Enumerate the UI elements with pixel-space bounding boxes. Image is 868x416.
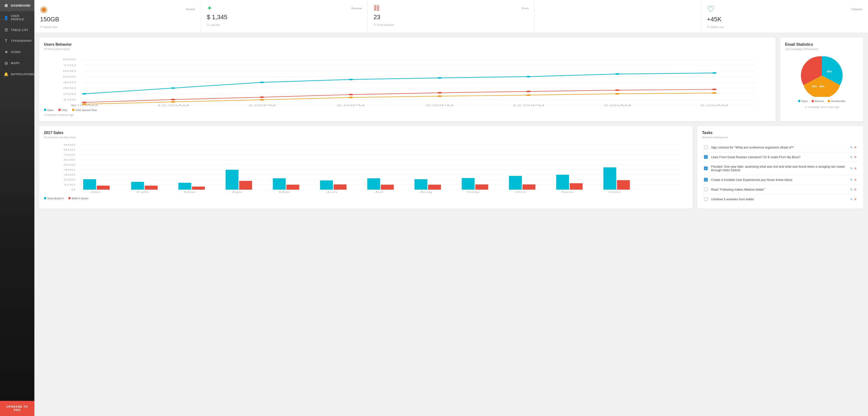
svg-text:12:00AM: 12:00AM [157, 104, 189, 106]
svg-text:100: 100 [63, 98, 76, 101]
svg-text:500: 500 [63, 164, 75, 166]
svg-text:100: 100 [63, 183, 75, 186]
users-behavior-title: Users Behavior [44, 42, 771, 47]
tasks-title: Tasks [702, 131, 859, 135]
task-delete-task2[interactable]: ✕ [854, 155, 857, 159]
task-item: Read "Following makes Medium better"✎✕ [702, 185, 859, 195]
svg-point-27 [171, 88, 176, 89]
svg-text:Dec: Dec [609, 191, 621, 194]
svg-text:700: 700 [63, 154, 75, 156]
svg-text:9:00PM: 9:00PM [426, 104, 454, 106]
svg-rect-86 [286, 185, 299, 189]
svg-text:200: 200 [63, 93, 76, 95]
row1: Users Behavior 24 Hours performance [39, 38, 863, 121]
stat-sub-number: ↻ Update Now [40, 25, 195, 28]
svg-rect-98 [475, 184, 488, 189]
svg-rect-94 [414, 179, 427, 189]
task-checkbox-task3[interactable]: ✓ [704, 167, 708, 170]
users-behavior-card: Users Behavior 24 Hours performance [39, 38, 776, 121]
svg-point-47 [526, 94, 531, 96]
task-delete-task3[interactable]: ✕ [854, 167, 857, 170]
stat-sub-followers: ↻ Update now [707, 25, 862, 28]
task-actions-task6: ✎✕ [850, 198, 857, 201]
svg-point-35 [171, 99, 176, 100]
svg-rect-76 [131, 182, 144, 189]
sidebar-item-label-user-profile: User Profile [11, 14, 31, 21]
email-statistics-card: Email Statistics Last Campaign Performan… [780, 38, 863, 121]
task-checkbox-task4[interactable]: ✓ [704, 178, 708, 182]
task-delete-task5[interactable]: ✕ [854, 188, 857, 191]
svg-text:Apr: Apr [231, 191, 243, 194]
stat-card-followers-placeholder [535, 0, 701, 33]
task-edit-task5[interactable]: ✎ [850, 188, 852, 191]
task-checkbox-task6[interactable] [704, 197, 708, 201]
stat-card-revenue: ✦ Revenue $ 1,345 ◷ Last day [201, 0, 368, 33]
upgrade-button[interactable]: UPGRADE TO PRO [0, 401, 34, 416]
svg-point-33 [712, 72, 716, 74]
sidebar-item-table-list[interactable]: ☰Table List [0, 24, 34, 36]
task-delete-task1[interactable]: ✕ [854, 146, 857, 149]
svg-rect-82 [226, 170, 239, 189]
stat-value-followers: +45K [707, 15, 862, 23]
svg-text:900: 900 [63, 144, 75, 146]
notifications-icon: 🔔 [4, 72, 8, 76]
svg-text:12:00PM: 12:00PM [513, 104, 545, 106]
sidebar-item-user-profile[interactable]: 👤User Profile [0, 11, 34, 24]
task-edit-task3[interactable]: ✎ [850, 167, 852, 170]
task-edit-task1[interactable]: ✎ [850, 146, 852, 149]
svg-text:Sep: Sep [467, 191, 479, 194]
sidebar-item-typography[interactable]: TTypography [0, 36, 34, 46]
sidebar-item-icons[interactable]: ★Icons [0, 46, 34, 58]
stat-value-number: 150GB [40, 15, 195, 23]
sidebar-item-maps[interactable]: ◎Maps [0, 58, 34, 69]
task-actions-task1: ✎✕ [850, 146, 857, 149]
sidebar-item-dashboard[interactable]: ⊞Dashboard [0, 0, 34, 11]
task-checkbox-task1[interactable] [704, 145, 708, 149]
svg-rect-77 [145, 186, 158, 189]
task-delete-task6[interactable]: ✕ [854, 198, 857, 201]
svg-rect-101 [523, 184, 535, 189]
svg-point-34 [82, 102, 87, 103]
svg-text:400: 400 [63, 81, 76, 84]
svg-point-43 [171, 101, 176, 103]
svg-point-26 [82, 93, 87, 95]
svg-point-48 [615, 93, 620, 95]
svg-text:300: 300 [63, 86, 76, 90]
svg-text:200: 200 [63, 178, 75, 181]
svg-text:Feb: Feb [136, 191, 149, 194]
tasks-card: Tasks Backend development Sign contract … [697, 126, 863, 209]
svg-rect-103 [556, 175, 569, 189]
stat-label-revenue: Revenue [351, 7, 362, 10]
stat-card-errors: ⛓ Errors 23 ◷ In the last hour [368, 0, 534, 33]
svg-text:20%: 20% [812, 85, 817, 88]
svg-point-29 [348, 79, 353, 80]
svg-rect-104 [570, 183, 583, 189]
stat-cards-row: ◉ Number 150GB ↻ Update Now ✦ Revenue $ … [34, 0, 868, 33]
task-edit-task6[interactable]: ✎ [850, 198, 852, 201]
errors-icon: ⛓ [373, 4, 380, 12]
svg-point-32 [615, 73, 620, 75]
svg-text:6:00PM: 6:00PM [337, 104, 365, 106]
task-actions-task2: ✎✕ [850, 155, 857, 159]
sidebar-item-notifications[interactable]: 🔔Notifications [0, 69, 34, 80]
task-edit-task2[interactable]: ✎ [850, 155, 852, 159]
sidebar-item-label-icons: Icons [11, 50, 21, 54]
task-edit-task4[interactable]: ✎ [850, 178, 852, 182]
stat-label-followers: Followers [851, 8, 862, 11]
svg-text:300: 300 [63, 174, 75, 176]
row2: 2017 Sales All products including Taxes [39, 126, 863, 209]
task-checkbox-task5[interactable] [704, 187, 708, 191]
task-checkbox-task2[interactable]: ✓ [704, 155, 708, 159]
svg-rect-88 [320, 180, 333, 189]
chart-updated: ↻ Updated 3 minutes ago [44, 113, 771, 116]
svg-text:Jan: Jan [90, 191, 101, 194]
svg-text:Jun: Jun [326, 191, 337, 194]
task-item: ✓Flooded: One year later, assessing what… [702, 162, 859, 175]
sidebar-item-label-notifications: Notifications [11, 73, 34, 76]
content-area: Users Behavior 24 Hours performance [34, 33, 868, 416]
task-actions-task3: ✎✕ [850, 167, 857, 170]
stat-card-number: ◉ Number 150GB ↻ Update Now [34, 0, 201, 33]
task-delete-task4[interactable]: ✕ [854, 178, 857, 182]
stat-value-revenue: $ 1,345 [207, 13, 362, 21]
svg-rect-107 [617, 180, 630, 189]
